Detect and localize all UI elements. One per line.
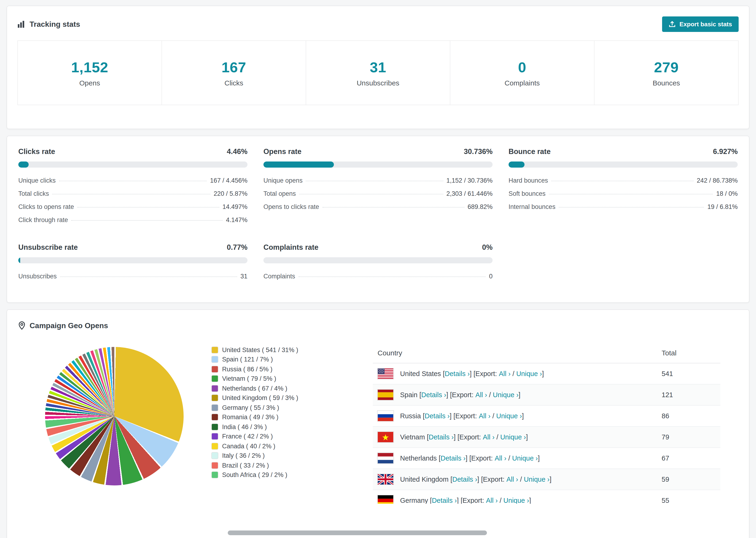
country-name: Netherlands [400,455,437,462]
geo-title-text: Campaign Geo Opens [29,321,108,330]
stat-label: Unsubscribes [357,79,399,86]
bracket-export: ] [Export: [457,497,486,504]
rate-value: 0% [482,243,493,252]
bar-chart-icon [17,20,26,28]
bracket-close: ] [519,391,520,399]
stat-row-label: Internal bounces [509,203,556,210]
export-unique-link[interactable]: Unique › [493,391,519,399]
legend-item: Germany ( 55 / 3% ) [212,403,346,412]
bounce-rate-block: Bounce rate 6.927% Hard bounces242 / 86.… [509,147,738,226]
export-all-link[interactable]: All › [483,433,495,441]
dotted-leader [71,220,223,220]
export-all-link[interactable]: All › [495,455,507,462]
stat-row: Total clicks220 / 5.87% [18,187,247,200]
export-all-link[interactable]: All › [475,391,487,399]
legend-label: Spain ( 121 / 7% ) [222,356,273,363]
stat-row-value: 4.147% [226,216,247,223]
bracket-export: ] [Export: [477,476,507,483]
export-icon [669,21,676,28]
stat-box-unsubscribes: 31 Unsubscribes [306,40,450,105]
bracket-open: [ [428,497,432,504]
progress-bar-fill [18,257,20,263]
country-flag-icon [378,453,394,463]
bracket-open: [ [425,433,429,441]
legend-label: Italy ( 36 / 2% ) [222,452,265,459]
stat-label: Opens [80,79,100,86]
legend-label: Vietnam ( 79 / 5% ) [222,375,276,382]
progress-bar-fill [263,161,334,168]
tracking-stats-title: Tracking stats [17,20,80,28]
legend-label: Russia ( 86 / 5% ) [222,366,273,373]
stat-row: Clicks to opens rate14.497% [18,200,247,213]
export-unique-link[interactable]: Unique › [503,497,529,504]
row-total: 67 [657,448,720,469]
geo-table-body: United States [Details ›] [Export: All ›… [373,363,720,504]
export-all-link[interactable]: All › [507,476,518,483]
bracket-slash: / [487,391,493,399]
details-link[interactable]: Details › [425,412,450,420]
export-all-link[interactable]: All › [499,370,511,377]
details-link[interactable]: Details › [441,455,465,462]
details-link[interactable]: Details › [429,433,454,441]
legend-item: Romania ( 49 / 3% ) [212,412,346,422]
country-flag-icon [378,495,394,504]
stat-row-label: Click through rate [18,216,68,223]
bracket-close: ] [542,370,544,377]
rate-value: 30.736% [464,147,493,156]
export-unique-link[interactable]: Unique › [516,370,542,377]
details-link[interactable]: Details › [445,370,469,377]
export-unique-link[interactable]: Unique › [512,455,538,462]
progress-bar [263,257,493,263]
stat-value: 1,152 [71,59,108,76]
total-column-header: Total [657,344,720,363]
stat-box-clicks: 167 Clicks [162,40,306,105]
stat-row-label: Hard bounces [509,177,548,184]
export-all-link[interactable]: All › [486,497,498,504]
details-link[interactable]: Details › [432,497,457,504]
geo-pie-wrap [18,344,184,504]
bracket-open: [ [437,455,441,462]
geo-table: Country Total United States [Details ›] … [373,344,720,504]
legend-label: Germany ( 55 / 3% ) [222,404,279,411]
legend-swatch-icon [212,462,218,468]
stat-row-label: Total clicks [18,190,49,197]
export-unique-link[interactable]: Unique › [500,433,526,441]
bracket-export: ] [Export: [454,433,483,441]
legend-swatch-icon [212,472,218,478]
stat-row: Hard bounces242 / 86.738% [509,174,738,187]
bracket-open: [ [421,412,425,420]
dotted-leader [77,207,219,207]
export-basic-stats-button[interactable]: Export basic stats [662,17,739,32]
dotted-leader [298,276,486,277]
stat-row: Opens to clicks rate689.82% [263,200,493,213]
export-all-link[interactable]: All › [479,412,490,420]
legend-label: United Kingdom ( 59 / 3% ) [222,395,298,402]
horizontal-scrollbar-thumb[interactable] [228,530,487,535]
details-link[interactable]: Details › [421,391,446,399]
legend-swatch-icon [212,443,218,449]
bracket-export: ] [Export: [465,455,495,462]
legend-item: Brazil ( 33 / 2% ) [212,460,346,470]
bracket-slash: / [495,433,500,441]
table-row: United States [Details ›] [Export: All ›… [373,363,720,384]
row-total: 55 [657,490,720,504]
stat-row-label: Unique opens [263,177,303,184]
legend-item: France ( 42 / 2% ) [212,432,346,441]
stat-row-value: 689.82% [467,203,493,210]
stat-value: 167 [221,59,246,76]
legend-item: Spain ( 121 / 7% ) [212,355,346,364]
details-link[interactable]: Details › [452,476,477,483]
stat-row-value: 242 / 86.738% [697,177,738,184]
stat-row: Unique clicks167 / 4.456% [18,174,247,187]
stat-row-label: Unsubscribes [18,273,57,280]
export-unique-link[interactable]: Unique › [524,476,550,483]
export-unique-link[interactable]: Unique › [496,412,522,420]
table-row: Vietnam [Details ›] [Export: All › / Uni… [373,426,720,448]
legend-swatch-icon [212,347,218,353]
rate-value: 6.927% [713,147,738,156]
bracket-slash: / [511,370,516,377]
stat-value: 279 [654,59,678,76]
legend-label: France ( 42 / 2% ) [222,433,273,440]
stat-value: 0 [518,59,526,76]
legend-label: South Africa ( 29 / 2% ) [222,471,287,479]
